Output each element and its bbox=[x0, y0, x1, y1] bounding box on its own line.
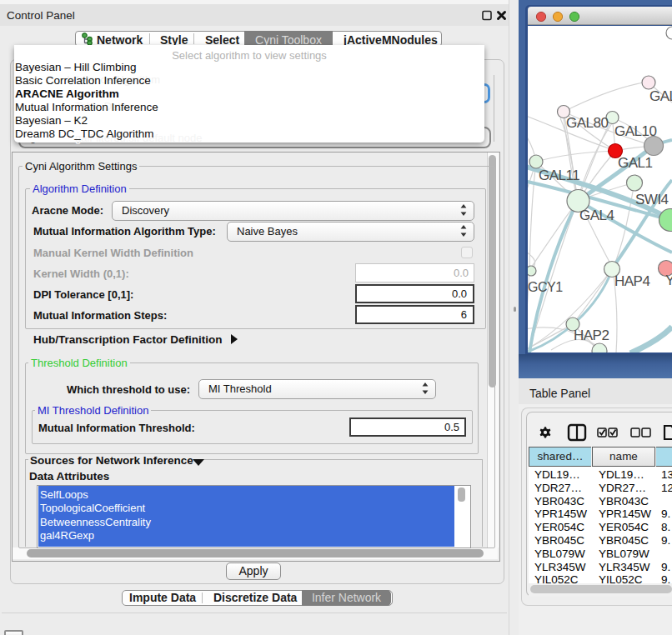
svg-text:SWI4: SWI4 bbox=[635, 192, 669, 208]
svg-text:Y: Y bbox=[665, 272, 672, 288]
svg-text:HAP2: HAP2 bbox=[574, 328, 609, 343]
svg-text:HAP4: HAP4 bbox=[614, 273, 649, 289]
svg-text:GAL11: GAL11 bbox=[539, 168, 579, 183]
svg-text:GAL4: GAL4 bbox=[579, 208, 614, 223]
svg-text:GAL7: GAL7 bbox=[649, 88, 672, 104]
svg-text:GAL10: GAL10 bbox=[614, 123, 656, 139]
svg-text:GAL80: GAL80 bbox=[566, 115, 608, 131]
svg-text:GAL1: GAL1 bbox=[618, 155, 653, 171]
svg-text:GCY1: GCY1 bbox=[528, 280, 563, 294]
